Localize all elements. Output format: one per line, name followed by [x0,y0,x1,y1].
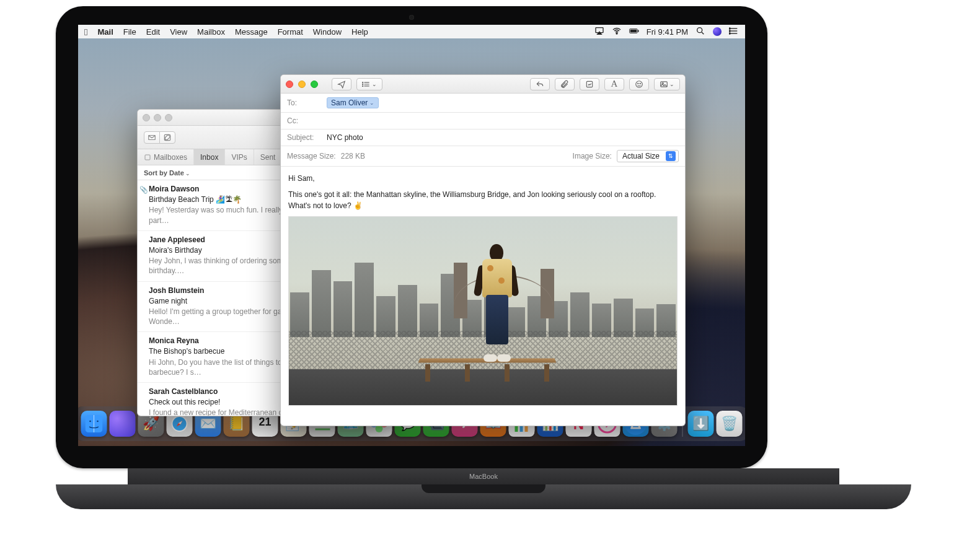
laptop-label: MacBook [469,473,498,480]
message-from: Jane Appleseed [149,235,205,245]
photo-browser-button[interactable]: ⌄ [654,78,680,90]
svg-point-6 [697,27,702,32]
apple-menu[interactable]:  [84,27,87,37]
format-button[interactable]: A [604,78,624,90]
siri-icon[interactable] [713,27,722,36]
traffic-light-zoom[interactable] [311,81,318,88]
markup-button[interactable] [580,78,599,90]
menu-window[interactable]: Window [313,27,342,37]
menu-message[interactable]: Message [235,27,268,37]
traffic-light-minimize[interactable] [298,81,306,88]
subject-field[interactable]: Subject: NYC photo [281,129,685,146]
tab-sent[interactable]: Sent [254,149,283,165]
svg-rect-19 [145,155,150,160]
svg-point-12 [729,30,730,32]
subject-value: NYC photo [327,133,363,142]
menu-edit[interactable]: Edit [146,27,160,37]
attach-button[interactable] [555,78,575,90]
svg-point-2 [616,33,617,34]
airplay-icon[interactable] [594,26,604,38]
message-from: Josh Blumstein [149,286,204,295]
dock-siri[interactable] [110,411,136,437]
image-size-label: Image Size: [573,152,612,160]
menu-mailbox[interactable]: Mailbox [197,27,225,37]
svg-point-28 [636,81,643,87]
message-size-label: Message Size: [287,152,336,160]
tab-vips[interactable]: VIPs [225,149,254,165]
message-from: Moira Dawson [149,184,199,194]
svg-point-30 [640,83,640,84]
svg-point-34 [89,421,91,422]
body-greeting: Hi Sam, [288,173,678,184]
get-mail-button[interactable] [144,131,160,144]
attached-photo[interactable] [288,216,678,406]
message-from: Monica Reyna [149,336,199,346]
traffic-light-close[interactable] [143,114,150,121]
reply-button[interactable] [530,78,550,90]
tab-mailboxes[interactable]: Mailboxes [138,149,194,165]
cc-label: Cc: [287,116,322,125]
traffic-light-close[interactable] [286,81,293,88]
notification-center-icon[interactable] [729,26,739,38]
traffic-light-zoom[interactable] [165,114,172,121]
attachment-icon: 📎 [139,185,148,195]
svg-point-26 [363,85,363,86]
compose-window: ⌄ A ⌄ To: Sam Oliver⌄ Cc: [280,74,686,426]
compose-button[interactable] [159,131,175,144]
subject-label: Subject: [287,133,322,142]
svg-marker-1 [597,32,601,34]
svg-point-13 [729,33,730,34]
cc-field[interactable]: Cc: [281,113,685,129]
wifi-icon[interactable] [612,26,622,38]
svg-point-24 [363,82,363,82]
svg-rect-4 [630,29,637,32]
to-label: To: [287,98,322,107]
compose-body[interactable]: Hi Sam, This one's got it all: the Manha… [281,167,685,412]
svg-point-25 [363,84,363,84]
svg-point-29 [638,83,638,84]
dock-finder[interactable] [81,411,107,437]
compose-toolbar: ⌄ A ⌄ [281,75,685,94]
menubar:  Mail File Edit View Mailbox Message Fo… [78,25,745,38]
tab-inbox[interactable]: Inbox [194,149,225,165]
image-size-select[interactable]: Actual Size ⇅ [617,150,679,162]
battery-icon[interactable] [629,26,639,38]
message-size-value: 228 KB [341,152,365,160]
emoji-button[interactable] [629,78,649,90]
menubar-clock[interactable]: Fri 9:41 PM [647,27,688,37]
svg-rect-5 [638,30,639,32]
header-fields-button[interactable]: ⌄ [356,78,382,90]
menu-file[interactable]: File [123,27,136,37]
traffic-light-minimize[interactable] [154,114,161,121]
menu-format[interactable]: Format [278,27,303,37]
menu-help[interactable]: Help [351,27,368,37]
svg-point-11 [729,28,730,29]
recipient-token[interactable]: Sam Oliver⌄ [327,97,379,108]
spotlight-icon[interactable] [695,26,705,38]
app-menu[interactable]: Mail [97,27,113,37]
body-text: This one's got it all: the Manhattan sky… [288,189,678,211]
message-from: Sarah Castelblanco [149,387,218,396]
to-field[interactable]: To: Sam Oliver⌄ [281,94,685,113]
send-button[interactable] [332,78,351,90]
dock-trash[interactable]: 🗑️ [717,411,743,437]
dock-downloads[interactable]: ⬇️ [688,411,714,437]
camera-dot [409,15,414,20]
menu-view[interactable]: View [170,27,187,37]
svg-point-35 [97,421,99,422]
svg-line-7 [702,32,704,34]
